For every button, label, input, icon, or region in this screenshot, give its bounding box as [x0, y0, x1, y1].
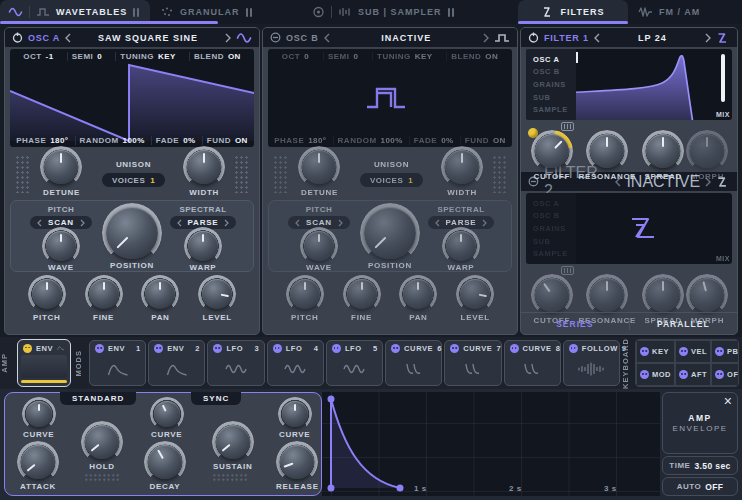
chevron-left-icon[interactable]	[435, 219, 440, 227]
morph-knob[interactable]	[690, 134, 724, 168]
keytrack-icon[interactable]	[561, 266, 574, 275]
chevron-right-icon[interactable]	[224, 219, 229, 227]
mod-source-icon[interactable]	[391, 344, 400, 353]
filter-1-mode[interactable]: LP 24	[605, 33, 700, 43]
start-point[interactable]	[328, 485, 335, 492]
wavetable-name[interactable]: INACTIVE	[335, 33, 478, 43]
param-value[interactable]: ON	[485, 52, 498, 61]
mod-source-icon[interactable]	[450, 344, 459, 353]
chevron-left-icon[interactable]	[295, 219, 300, 227]
param-value[interactable]: ON	[493, 136, 506, 145]
voices-stepper[interactable]: VOICES1	[102, 173, 165, 187]
param-value[interactable]: 180°	[50, 136, 68, 145]
mod-source-icon[interactable]	[510, 344, 519, 353]
fine-knob[interactable]	[347, 279, 377, 309]
mod-card-lfo-5[interactable]: LFO5	[326, 340, 383, 386]
mod-source-icon[interactable]	[640, 370, 649, 379]
tab-granular[interactable]: GRANULAR	[160, 0, 300, 24]
mod-source-icon[interactable]	[640, 347, 649, 356]
source-item[interactable]: OSC B	[533, 67, 576, 76]
sustain-knob[interactable]	[216, 425, 250, 459]
decay-point[interactable]	[397, 485, 404, 492]
drag-handle[interactable]	[15, 155, 30, 193]
drag-handle[interactable]	[234, 155, 249, 193]
chevron-left-icon[interactable]	[37, 219, 42, 227]
hold-knob[interactable]	[85, 425, 119, 459]
drag-handle[interactable]	[492, 155, 507, 193]
mod-source-icon[interactable]	[715, 347, 724, 356]
mod-cell-off[interactable]: OFF	[711, 363, 739, 386]
param-value[interactable]: 180°	[308, 136, 326, 145]
mod-card-env-1[interactable]: ENV1	[89, 340, 146, 386]
osc-a-wavetable-display[interactable]: OCT-1 SEMI0 TUNINGKEY BLENDON PHASE180° …	[10, 49, 254, 147]
param-value[interactable]: 0	[97, 52, 102, 61]
param-value[interactable]: ON	[235, 136, 248, 145]
prev-wavetable-button[interactable]	[65, 33, 71, 43]
prev-filter-mode-button[interactable]	[594, 33, 600, 43]
next-filter-mode-button[interactable]	[705, 33, 711, 43]
filter-1-display[interactable]: OSC A OSC B GRAINS SUB SAMPLE	[526, 49, 732, 120]
cutoff-knob[interactable]	[535, 278, 569, 312]
attack-point[interactable]	[328, 396, 335, 403]
fine-knob[interactable]	[89, 279, 119, 309]
chevron-right-icon[interactable]	[338, 219, 343, 227]
param-value[interactable]: KEY	[158, 52, 176, 61]
mod-card-curve-8[interactable]: CURVE8	[504, 340, 561, 386]
width-knob[interactable]	[187, 150, 221, 184]
tab-sync[interactable]: SYNC	[191, 392, 241, 405]
cutoff-knob[interactable]	[535, 134, 569, 168]
tab-handle-icon[interactable]	[448, 8, 454, 17]
pan-knob[interactable]	[145, 279, 175, 309]
warp-knob[interactable]	[188, 231, 218, 261]
mod-card-follow-9[interactable]: FOLLOW9	[563, 340, 620, 386]
resonance-knob[interactable]	[590, 134, 624, 168]
param-value[interactable]: KEY	[415, 52, 433, 61]
osc-a-sine-icon[interactable]	[236, 32, 252, 44]
source-item[interactable]: GRAINS	[533, 224, 576, 233]
source-item[interactable]: GRAINS	[533, 80, 576, 89]
mod-source-icon[interactable]	[332, 344, 341, 353]
drag-handle[interactable]	[273, 155, 288, 193]
filter-1-response-curve[interactable]	[576, 49, 714, 120]
tab-standard[interactable]: STANDARD	[60, 392, 136, 405]
source-item[interactable]: SUB	[533, 93, 576, 102]
filter-2-display[interactable]: OSC A OSC B GRAINS SUB SAMPLE MIX	[526, 193, 732, 264]
voices-stepper[interactable]: VOICES1	[360, 173, 423, 187]
param-value[interactable]: ON	[228, 52, 241, 61]
source-item[interactable]: OSC B	[533, 211, 576, 220]
osc-b-wavetable-display[interactable]: OCT0 SEMI0 TUNINGKEY BLENDON PHASE180° R…	[268, 49, 512, 147]
prev-wavetable-button[interactable]	[324, 33, 330, 43]
wave-knob[interactable]	[46, 231, 76, 261]
pan-knob[interactable]	[403, 279, 433, 309]
spread-knob[interactable]	[646, 134, 680, 168]
routing-parallel-button[interactable]: PARALLEL	[630, 319, 738, 329]
envelope-time-cell[interactable]: TIME 3.50 sec	[662, 456, 738, 475]
envelope-auto-cell[interactable]: AUTO OFF	[662, 477, 738, 496]
mod-cell-pb[interactable]: PB	[711, 340, 739, 363]
pitch-knob[interactable]	[32, 279, 62, 309]
param-value[interactable]: -1	[46, 52, 54, 61]
spread-knob[interactable]	[646, 278, 680, 312]
detune-knob[interactable]	[44, 150, 78, 184]
keytrack-icon[interactable]	[561, 122, 574, 131]
mod-cell-aft[interactable]: AFT	[675, 363, 711, 386]
mod-card-lfo-4[interactable]: LFO4	[267, 340, 324, 386]
warp-knob[interactable]	[446, 231, 476, 261]
power-icon[interactable]	[528, 32, 539, 43]
mod-source-icon[interactable]	[95, 344, 104, 353]
level-knob[interactable]	[202, 279, 232, 309]
param-value[interactable]: 0	[353, 52, 358, 61]
morph-knob[interactable]	[690, 278, 724, 312]
position-knob[interactable]	[364, 207, 416, 259]
mod-source-icon[interactable]	[679, 370, 688, 379]
pitch-knob[interactable]	[290, 279, 320, 309]
mod-source-icon[interactable]	[213, 344, 222, 353]
resonance-knob[interactable]	[590, 278, 624, 312]
mod-card-env-2[interactable]: ENV2	[148, 340, 205, 386]
param-value[interactable]: 100%	[381, 136, 403, 145]
mod-card-curve-6[interactable]: CURVE6	[385, 340, 442, 386]
envelope-graph[interactable]: 1 s 2 s 3 s	[322, 392, 660, 496]
next-wavetable-button[interactable]	[483, 33, 489, 43]
mod-card-curve-7[interactable]: CURVE7	[444, 340, 501, 386]
attack-knob[interactable]	[21, 445, 55, 479]
